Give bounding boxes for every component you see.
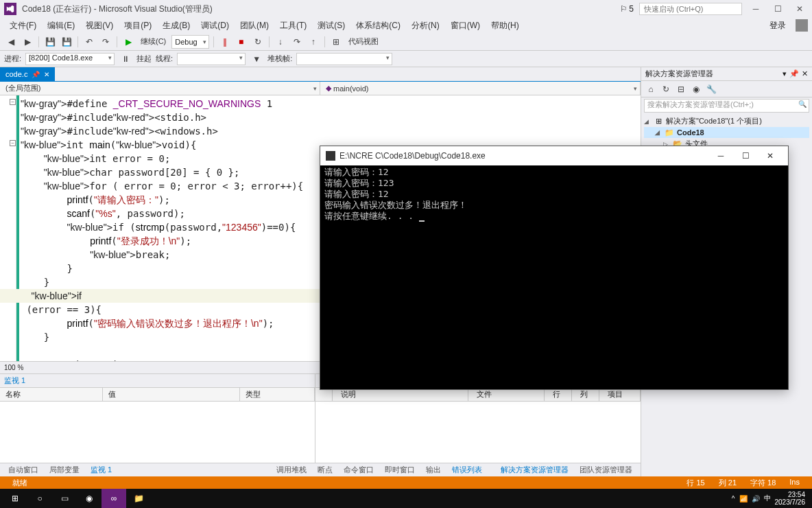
chrome-icon[interactable]: ◉	[77, 489, 102, 508]
tab-locals[interactable]: 局部变量	[45, 463, 84, 476]
start-button[interactable]: ⊞	[3, 489, 27, 508]
console-maximize[interactable]: ☐	[733, 148, 758, 164]
user-icon[interactable]	[796, 19, 808, 32]
tray-time[interactable]: 23:54	[775, 491, 806, 498]
taskview-icon[interactable]: ▭	[52, 489, 77, 508]
menu-analyze[interactable]: 分析(N)	[406, 19, 445, 33]
process-bar: 进程: [8200] Code18.exe ⏸ 挂起 线程: ▼ 堆栈帧:	[0, 51, 812, 67]
expand-icon[interactable]: ◢	[644, 118, 651, 125]
solution-header[interactable]: 解决方案资源管理器 ▾ 📌 ✕	[641, 67, 812, 81]
properties-icon[interactable]: 🔧	[704, 82, 718, 96]
solution-search[interactable]: 搜索解决方案资源管理器(Ctrl+;)	[644, 99, 809, 113]
pin-icon[interactable]: 📌	[32, 71, 40, 78]
menu-project[interactable]: 项目(P)	[119, 19, 157, 33]
collapse-icon[interactable]: ⊟	[674, 82, 688, 96]
login-link[interactable]: 登录	[764, 19, 791, 33]
nav-back-icon[interactable]: ◀	[4, 35, 18, 49]
process-label: 进程:	[4, 54, 21, 64]
menu-edit[interactable]: 编辑(E)	[42, 19, 80, 33]
console-titlebar[interactable]: E:\NCRE C\Code18\Debug\Code18.exe ─ ☐ ✕	[320, 146, 788, 165]
menu-file[interactable]: 文件(F)	[4, 19, 42, 33]
menu-help[interactable]: 帮助(H)	[486, 19, 525, 33]
maximize-button[interactable]: ☐	[769, 3, 786, 15]
tab-output[interactable]: 输出	[422, 463, 445, 476]
console-minimize[interactable]: ─	[708, 148, 733, 164]
config-dropdown[interactable]: Debug	[171, 35, 208, 49]
watch-header[interactable]: 监视 1	[0, 374, 315, 388]
watch-body[interactable]	[0, 402, 315, 463]
save-icon[interactable]: 💾	[43, 35, 57, 49]
close-icon[interactable]: ✕	[802, 69, 808, 78]
suspend-icon[interactable]: ⏸	[119, 52, 132, 66]
restart-icon[interactable]: ↻	[251, 35, 265, 49]
saveall-icon[interactable]: 💾	[60, 35, 73, 49]
tab-watch1[interactable]: 监视 1	[86, 463, 116, 476]
menu-view[interactable]: 视图(V)	[80, 19, 119, 33]
codeview-label: 代码视图	[346, 36, 381, 47]
tab-immediate[interactable]: 即时窗口	[381, 463, 419, 476]
step-into-icon[interactable]: ↓	[274, 35, 287, 49]
menu-debug[interactable]: 调试(D)	[195, 19, 235, 33]
stop-icon[interactable]: ■	[235, 35, 248, 49]
continue-icon[interactable]: ▶	[121, 35, 135, 49]
quickstart-input[interactable]	[639, 3, 742, 15]
watch-col-type[interactable]: 类型	[240, 388, 315, 401]
tray-up-icon[interactable]: ^	[732, 495, 735, 503]
stackframe-dropdown[interactable]	[296, 53, 392, 65]
ime-indicator[interactable]: 中	[764, 494, 771, 503]
menu-tools[interactable]: 工具(T)	[274, 19, 312, 33]
menu-window[interactable]: 窗口(W)	[445, 19, 486, 33]
volume-icon[interactable]: 🔊	[752, 495, 760, 503]
menu-team[interactable]: 团队(M)	[235, 19, 274, 33]
console-close[interactable]: ✕	[758, 148, 783, 164]
dropdown-icon[interactable]: ▾	[783, 69, 787, 78]
nav-fwd-icon[interactable]: ▶	[21, 35, 34, 49]
minimize-button[interactable]: ─	[748, 3, 764, 15]
vs-taskbar-icon[interactable]: ∞	[102, 489, 126, 508]
wifi-icon[interactable]: 📶	[739, 495, 748, 503]
redo-icon[interactable]: ↷	[99, 35, 112, 49]
codeview-icon[interactable]: ⊞	[329, 35, 343, 49]
menu-arch[interactable]: 体系结构(C)	[350, 19, 406, 33]
process-dropdown[interactable]: [8200] Code18.exe	[25, 53, 115, 65]
home-icon[interactable]: ⌂	[644, 82, 658, 96]
continue-label[interactable]: 继续(C)	[138, 36, 169, 47]
undo-icon[interactable]: ↶	[82, 35, 96, 49]
pause-icon[interactable]: ‖	[218, 35, 232, 49]
step-over-icon[interactable]: ↷	[290, 35, 304, 49]
tray-date[interactable]: 2023/7/26	[775, 498, 806, 506]
step-out-icon[interactable]: ↑	[307, 35, 320, 49]
watch-col-value[interactable]: 值	[103, 388, 240, 401]
menu-test[interactable]: 测试(S)	[312, 19, 350, 33]
notification-badge[interactable]: ⚐ 5	[620, 4, 634, 14]
tab-callstack[interactable]: 调用堆栈	[272, 463, 311, 476]
errorlist-body[interactable]	[315, 402, 641, 463]
tab-auto[interactable]: 自动窗口	[4, 463, 43, 476]
filter-icon[interactable]: ▼	[250, 52, 263, 66]
tab-close-icon[interactable]: ✕	[44, 71, 49, 78]
watch-col-name[interactable]: 名称	[0, 388, 103, 401]
console-window[interactable]: E:\NCRE C\Code18\Debug\Code18.exe ─ ☐ ✕ …	[320, 146, 789, 390]
pin-icon[interactable]: 📌	[789, 69, 799, 78]
tree-solution-root[interactable]: ◢ ⊞ 解决方案"Code18"(1 个项目)	[644, 115, 809, 127]
scope-bar: (全局范围) ◆ main(void)	[0, 82, 641, 95]
refresh-icon[interactable]: ↻	[659, 82, 673, 96]
tab-code-c[interactable]: code.c 📌 ✕	[0, 67, 55, 81]
menu-build[interactable]: 生成(B)	[157, 19, 195, 33]
tab-solution[interactable]: 解决方案资源管理器	[497, 463, 573, 476]
threads-dropdown[interactable]	[177, 53, 246, 65]
scope-left[interactable]: (全局范围)	[0, 82, 320, 95]
tab-command[interactable]: 命令窗口	[339, 463, 378, 476]
explorer-icon[interactable]: 📁	[126, 489, 151, 508]
close-button[interactable]: ✕	[791, 3, 808, 15]
system-tray[interactable]: ^ 📶 🔊 中 23:54 2023/7/26	[732, 491, 809, 506]
scope-right[interactable]: ◆ main(void)	[320, 82, 641, 95]
tab-team[interactable]: 团队资源管理器	[575, 463, 636, 476]
tab-errorlist[interactable]: 错误列表	[448, 463, 486, 476]
tree-project[interactable]: ◢ 📁 Code18	[644, 127, 809, 138]
search-icon[interactable]: ○	[27, 489, 52, 508]
tab-breakpoints[interactable]: 断点	[313, 463, 337, 476]
expand-icon[interactable]: ◢	[655, 129, 662, 136]
showall-icon[interactable]: ◉	[689, 82, 703, 96]
menu-bar: 文件(F) 编辑(E) 视图(V) 项目(P) 生成(B) 调试(D) 团队(M…	[0, 18, 812, 33]
